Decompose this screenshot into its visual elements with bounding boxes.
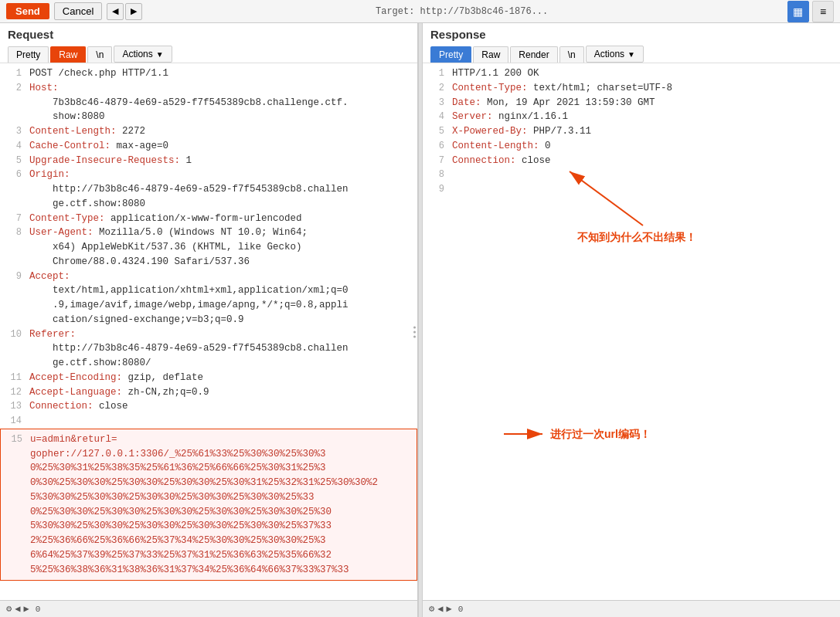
response-line-5: 5 X-Powered-By: PHP/7.3.11 bbox=[423, 124, 840, 139]
request-line-7: 7 Content-Type: application/x-www-form-u… bbox=[0, 212, 417, 226]
menu-icon-btn[interactable]: ≡ bbox=[812, 1, 834, 22]
response-panel-title: Response bbox=[430, 28, 832, 41]
response-line-6: 6 Content-Length: 0 bbox=[423, 139, 840, 154]
response-line-8: 8 bbox=[423, 168, 840, 182]
request-panel-tabs: Pretty Raw \n Actions ▼ bbox=[8, 46, 410, 63]
response-line-9: 9 bbox=[423, 182, 840, 197]
actions-label: Actions bbox=[122, 49, 152, 59]
nav-arrows: ◀ ▶ bbox=[107, 3, 142, 20]
response-panel-body[interactable]: 1 HTTP/1.1 200 OK 2 Content-Type: text/h… bbox=[423, 63, 840, 600]
request-panel-body[interactable]: 1 POST /check.php HTTP/1.1 2 Host: 7b3b8… bbox=[0, 63, 417, 600]
response-bottom-icon1[interactable]: ⚙ bbox=[429, 603, 434, 615]
request-panel-header: Request Pretty Raw \n Actions ▼ bbox=[0, 23, 417, 63]
request-line-13: 13 Connection: close bbox=[0, 399, 417, 414]
request-actions-button[interactable]: Actions ▼ bbox=[114, 46, 172, 63]
response-line-4: 4 Server: nginx/1.16.1 bbox=[423, 110, 840, 124]
next-button[interactable]: ▶ bbox=[125, 3, 142, 20]
response-tab-raw[interactable]: Raw bbox=[473, 46, 508, 63]
response-dropdown-arrow-icon: ▼ bbox=[627, 50, 635, 59]
response-line-7: 7 Connection: close bbox=[423, 154, 840, 168]
request-bottom-bar: ⚙ ◀ ▶ 0 bbox=[0, 600, 417, 617]
response-panel-tabs: Pretty Raw Render \n Actions ▼ bbox=[430, 46, 832, 63]
response-tab-render[interactable]: Render bbox=[510, 46, 557, 63]
response-bottom-count: 0 bbox=[458, 605, 464, 614]
request-line-6: 6 Origin: http://7b3b8c46-4879-4e69-a529… bbox=[0, 168, 417, 211]
request-code-view: 1 POST /check.php HTTP/1.1 2 Host: 7b3b8… bbox=[0, 63, 417, 584]
response-bottom-bar: ⚙ ◀ ▶ 0 bbox=[423, 600, 840, 617]
cancel-button[interactable]: Cancel bbox=[54, 2, 102, 20]
response-actions-button[interactable]: Actions ▼ bbox=[586, 46, 644, 63]
top-bar: Send Cancel ◀ ▶ Target: http://7b3b8c46-… bbox=[0, 0, 840, 23]
request-line-15: 15 u=admin&returl=gopher://127.0.0.1:330… bbox=[0, 429, 417, 581]
request-line-12: 12 Accept-Language: zh-CN,zh;q=0.9 bbox=[0, 385, 417, 400]
top-bar-left: Send Cancel ◀ ▶ bbox=[6, 2, 142, 20]
response-tab-n[interactable]: \n bbox=[559, 46, 584, 63]
request-bottom-nav1[interactable]: ◀ bbox=[15, 603, 20, 615]
request-line-8: 8 User-Agent: Mozilla/5.0 (Windows NT 10… bbox=[0, 225, 417, 269]
dropdown-arrow-icon: ▼ bbox=[156, 50, 164, 59]
response-panel-header: Response Pretty Raw Render \n Actions ▼ bbox=[423, 23, 840, 63]
request-line-10: 10 Referer: http://7b3b8c46-4879-4e69-a5… bbox=[0, 327, 417, 371]
request-line-3: 3 Content-Length: 2272 bbox=[0, 124, 417, 139]
layout-icon-btn[interactable]: ▦ bbox=[787, 1, 809, 22]
request-panel-title: Request bbox=[8, 28, 410, 41]
request-line-5: 5 Upgrade-Insecure-Requests: 1 bbox=[0, 154, 417, 168]
target-url: Target: http://7b3b8c46-1876... bbox=[376, 6, 548, 17]
response-line-2: 2 Content-Type: text/html; charset=UTF-8 bbox=[423, 81, 840, 96]
main-area: Request Pretty Raw \n Actions ▼ 1 POST /… bbox=[0, 23, 840, 617]
request-panel: Request Pretty Raw \n Actions ▼ 1 POST /… bbox=[0, 23, 418, 617]
response-actions-label: Actions bbox=[594, 49, 624, 59]
response-panel: Response Pretty Raw Render \n Actions ▼ … bbox=[423, 23, 840, 617]
response-code-view: 1 HTTP/1.1 200 OK 2 Content-Type: text/h… bbox=[423, 63, 840, 200]
request-bottom-nav2[interactable]: ▶ bbox=[23, 603, 29, 615]
request-tab-raw[interactable]: Raw bbox=[50, 46, 86, 63]
request-tab-n[interactable]: \n bbox=[87, 46, 112, 63]
response-line-3: 3 Date: Mon, 19 Apr 2021 13:59:30 GMT bbox=[423, 96, 840, 110]
request-line-1: 1 POST /check.php HTTP/1.1 bbox=[0, 66, 417, 81]
annotation-text-1: 不知到为什么不出结果！ bbox=[576, 231, 696, 243]
send-button[interactable]: Send bbox=[6, 3, 49, 19]
response-line-1: 1 HTTP/1.1 200 OK bbox=[423, 66, 840, 81]
request-line-4: 4 Cache-Control: max-age=0 bbox=[0, 139, 417, 154]
request-tab-pretty[interactable]: Pretty bbox=[8, 46, 49, 63]
response-bottom-nav2[interactable]: ▶ bbox=[446, 603, 451, 615]
response-bottom-nav1[interactable]: ◀ bbox=[437, 603, 443, 615]
request-bottom-count: 0 bbox=[36, 605, 41, 614]
request-line-11: 11 Accept-Encoding: gzip, deflate bbox=[0, 371, 417, 385]
request-bottom-icon1[interactable]: ⚙ bbox=[6, 603, 12, 615]
request-line-2: 2 Host: 7b3b8c46-4879-4e69-a529-f7f54538… bbox=[0, 81, 417, 124]
request-line-14: 14 bbox=[0, 414, 417, 429]
request-line-9: 9 Accept: text/html,application/xhtml+xm… bbox=[0, 270, 417, 327]
annotation-text-2: 进行过一次url编码！ bbox=[549, 428, 651, 440]
response-tab-pretty[interactable]: Pretty bbox=[430, 46, 471, 63]
prev-button[interactable]: ◀ bbox=[107, 3, 124, 20]
